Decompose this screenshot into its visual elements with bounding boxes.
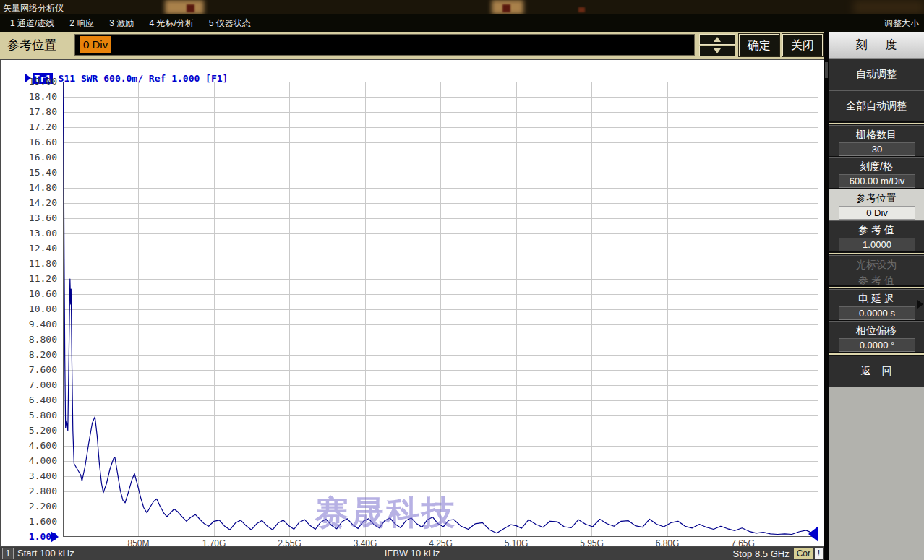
y-tick-label: 7.600 [9,364,57,376]
entry-label: 参考位置 [7,32,56,59]
y-tick-label: 12.40 [9,243,57,254]
titlebar-reflection [502,4,510,12]
chart-panel: Tr1 S11 SWR 600.0m/ Ref 1.000 [F1] 19.00… [0,59,824,547]
softkey-value: 0.0000 s [839,306,915,320]
softkey-5[interactable]: 参考位置0 Div [829,189,924,220]
menu-item-3[interactable]: 3 激励 [106,14,137,32]
y-tick-label: 2.800 [9,486,57,497]
y-tick-label: 4.600 [9,440,57,452]
status-bar: 1 Start 100 kHz IFBW 10 kHz Stop 8.5 GHz… [0,547,824,560]
menu-bar: 1 通道/迹线2 响应3 激励4 光标/分析5 仪器状态 调整大小 [0,14,924,32]
entry-toolbar: 参考位置 0 Div 确定 关闭 [0,32,824,59]
y-tick-label: 2.200 [9,501,57,512]
divider-handle[interactable] [825,62,828,78]
softkey-7: 光标设为参 考 值 [829,255,924,286]
y-tick-label: 13.60 [9,212,57,224]
start-frequency-label: Start 100 kHz [17,547,74,559]
y-tick-label: 10.00 [9,303,57,315]
softkey-value: 0 Div [839,206,915,220]
y-tick-label: 1.600 [9,516,57,527]
reference-level-marker-icon[interactable] [51,531,59,543]
softkey-value: 600.00 m/Div [839,174,915,188]
titlebar-reflection [187,4,194,12]
softkey-9[interactable]: 相位偏移0.0000 ° [829,321,924,353]
softkey-label: 刻度/格 [829,160,924,173]
channel-badge: 1 [2,548,14,559]
softkey-2[interactable]: 全部自动调整 [829,90,924,122]
y-tick-label: 15.40 [9,167,57,178]
y-tick-label: 8.800 [9,334,57,345]
window-title: 矢量网络分析仪 [3,2,64,14]
menu-item-4[interactable]: 4 光标/分析 [145,14,197,32]
stepper-up-button[interactable] [699,34,735,45]
softkey-label: 栅格数目 [829,128,924,142]
y-tick-label: 16.60 [9,137,57,148]
y-tick-label: 8.200 [9,349,57,361]
titlebar-reflection [165,0,204,14]
arrow-up-icon [714,37,721,42]
softkey-value: 30 [839,142,915,156]
y-tick-label: 11.20 [9,273,57,285]
y-tick-label: 18.40 [9,91,57,103]
softkey-label: 参 考 值 [829,274,924,288]
alert-badge: ! [815,548,823,559]
y-tick-label: 14.20 [9,197,57,209]
y-tick-label: 13.00 [9,228,57,239]
softkey-label: 电 延 迟 [829,292,924,306]
softkey-label: 全部自动调整 [829,91,924,120]
value-stepper [699,34,735,56]
y-tick-label: 17.80 [9,106,57,118]
swr-trace-plot [63,82,818,537]
menu-item-5[interactable]: 5 仪器状态 [205,14,254,32]
titlebar-reflection [578,7,585,12]
y-tick-label: 5.800 [9,410,57,421]
y-tick-label: 17.20 [9,121,57,133]
softkey-6[interactable]: 参 考 值1.0000 [829,220,924,252]
softkey-label: 参考位置 [829,191,924,205]
reference-position-input[interactable]: 0 Div [74,34,695,56]
softkey-8[interactable]: 电 延 迟0.0000 s [829,289,924,321]
softkey-10[interactable]: 返 回 [829,356,924,387]
softkey-3[interactable]: 栅格数目30 [829,125,924,157]
y-tick-label: 9.400 [9,319,57,330]
titlebar-reflection [853,0,924,14]
softkey-4[interactable]: 刻度/格600.00 m/Div [829,157,924,189]
sidebar-title-scale: 刻 度 [829,32,924,59]
softkey-label: 光标设为 [829,258,924,272]
softkey-label: 返 回 [829,356,924,385]
y-tick-label: 4.000 [9,455,57,467]
softkey-1[interactable]: 自动调整 [829,59,924,90]
arrow-down-icon [714,48,721,53]
y-tick-label: 14.80 [9,182,57,194]
y-tick-label: 11.80 [9,258,57,270]
menu-item-1[interactable]: 1 通道/迹线 [7,14,58,32]
softkey-label: 相位偏移 [829,324,924,337]
stepper-down-button[interactable] [699,46,735,56]
y-tick-label: 19.00 [9,76,57,87]
softkey-value: 1.0000 [839,238,915,251]
y-tick-label: 10.60 [9,288,57,300]
softkey-label: 自动调整 [829,59,924,88]
ok-button[interactable]: 确定 [739,34,779,56]
ifbw-label: IFBW 10 kHz [385,547,440,559]
y-tick-label: 16.00 [9,152,57,163]
softkey-sidebar: 刻 度 自动调整全部自动调整栅格数目30刻度/格600.00 m/Div参考位置… [829,32,924,560]
y-tick-label: 6.400 [9,395,57,406]
stop-frequency-label: Stop 8.5 GHz [733,548,790,560]
menu-item-resize[interactable]: 调整大小 [884,14,919,32]
window-titlebar: 矢量网络分析仪 [0,0,924,14]
input-selected-text: 0 Div [80,36,111,53]
trace-end-marker-icon[interactable] [808,526,818,542]
plot-area [63,82,818,537]
y-tick-label: 7.000 [9,379,57,391]
softkey-label: 参 考 值 [829,223,924,237]
correction-badge: Cor [794,548,813,559]
submenu-arrow-icon [917,300,923,309]
y-tick-label: 5.200 [9,425,57,436]
y-tick-label: 3.400 [9,470,57,482]
softkey-value: 0.0000 ° [839,338,915,352]
menu-item-2[interactable]: 2 响应 [66,14,98,32]
close-button[interactable]: 关闭 [782,34,823,56]
titlebar-reflection [492,0,523,14]
